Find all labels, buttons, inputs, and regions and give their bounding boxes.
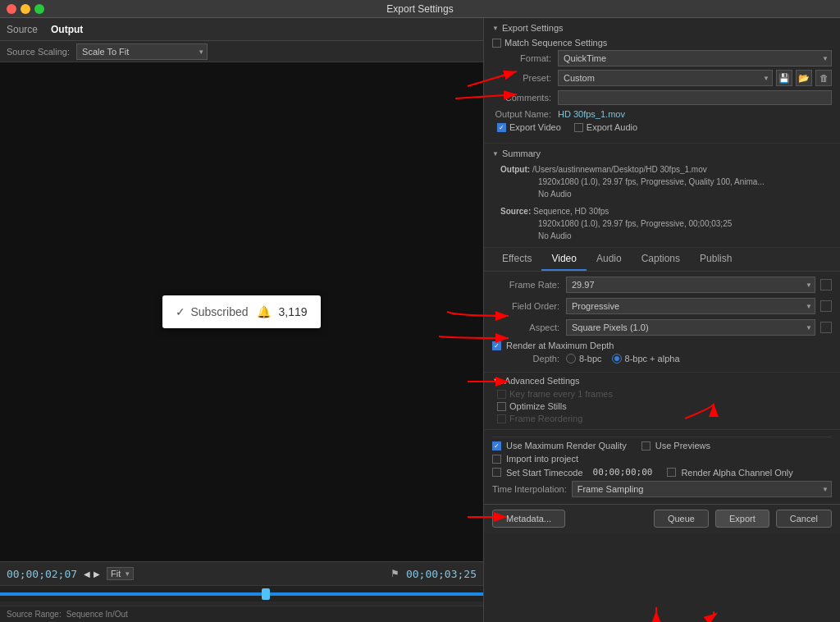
field-order-select[interactable]: Progressive — [566, 298, 815, 314]
depth-8bpc-alpha-radio[interactable] — [612, 354, 622, 364]
optimize-stills-checkbox[interactable] — [497, 402, 506, 411]
source-summary: Source: Sequence, HD 30fps 1920x1080 (1.… — [492, 205, 832, 242]
window-controls[interactable] — [7, 4, 44, 14]
import-project-row: Import into project — [492, 454, 832, 464]
keyframe-checkbox[interactable] — [497, 390, 506, 399]
depth-row: Depth: 8-bpc 8-bpc + alpha — [492, 354, 832, 364]
save-preset-button[interactable]: 💾 — [776, 70, 792, 86]
main-container: Source Output Source Scaling: Scale To F… — [0, 18, 840, 622]
frame-rate-select[interactable]: 29.97 — [566, 277, 815, 293]
section-triangle-icon: ▼ — [492, 25, 499, 32]
maximize-button[interactable] — [34, 4, 44, 14]
render-alpha-label: Render Alpha Channel Only — [681, 468, 792, 478]
tab-video[interactable]: Video — [541, 248, 586, 271]
frame-rate-checkbox[interactable] — [820, 279, 832, 290]
timeline-bar: 00;00;02;07 ◀ ▶ Fit ▼ ⚑ 00;00;03;25 — [0, 561, 483, 606]
nav-output[interactable]: Output — [51, 24, 83, 35]
play-icon[interactable]: ▶ — [94, 569, 100, 579]
depth-8bpc-label: 8-bpc — [579, 354, 602, 364]
step-back-icon[interactable]: ◀ — [84, 569, 90, 579]
nav-source[interactable]: Source — [7, 24, 38, 35]
export-audio-checkbox[interactable] — [574, 123, 583, 132]
timecode-value: 00;00;00;00 — [593, 467, 653, 478]
comments-input[interactable] — [558, 90, 832, 105]
minimize-button[interactable] — [21, 4, 30, 14]
aspect-label: Aspect: — [492, 322, 566, 332]
source-scaling-select[interactable]: Scale To Fit — [76, 43, 208, 60]
source-range-label: Source Range: — [7, 610, 62, 619]
import-project-label: Import into project — [506, 454, 578, 464]
preset-row: Preset: Custom ▼ 💾 📂 🗑 — [492, 70, 832, 86]
time-interp-select-wrapper: Frame Sampling ▼ — [572, 481, 832, 497]
output-details1: 1920x1080 (1.0), 29.97 fps, Progressive,… — [500, 177, 765, 186]
render-alpha-checkbox[interactable] — [667, 468, 676, 477]
tc-right: ⚑ 00;00;03;25 — [390, 568, 477, 580]
preset-select[interactable]: Custom — [558, 70, 773, 86]
frame-rate-label: Frame Rate: — [492, 280, 566, 290]
depth-label: Depth: — [500, 354, 566, 364]
render-max-depth-checkbox[interactable] — [492, 341, 501, 350]
left-panel: Source Output Source Scaling: Scale To F… — [0, 18, 484, 622]
format-row: Format: QuickTime ▼ — [492, 50, 832, 66]
use-previews-checkbox[interactable] — [641, 441, 651, 450]
frame-reordering-row: Frame Reordering — [492, 414, 832, 423]
frame-reordering-checkbox[interactable] — [497, 414, 506, 423]
window-title: Export Settings — [386, 3, 453, 15]
close-button[interactable] — [7, 4, 16, 14]
scrub-track — [0, 592, 483, 596]
output-path-label: Output: — [500, 165, 530, 174]
aspect-select[interactable]: Square Pixels (1.0) — [566, 319, 815, 336]
max-render-quality-checkbox[interactable] — [492, 441, 501, 450]
import-preset-button[interactable]: 📂 — [796, 70, 812, 86]
frame-reordering-label: Frame Reordering — [509, 414, 582, 423]
depth-8bpc-radio[interactable] — [566, 354, 576, 364]
match-sequence-checkbox[interactable] — [492, 39, 501, 48]
delete-preset-button[interactable]: 🗑 — [815, 70, 832, 86]
keyframe-row: Key frame every 1 frames — [492, 389, 832, 399]
aspect-row: Aspect: Square Pixels (1.0) ▼ — [492, 319, 832, 336]
cancel-button[interactable]: Cancel — [776, 510, 832, 528]
depth-8bpc-alpha-item: 8-bpc + alpha — [612, 354, 680, 364]
tabs-row: Effects Video Audio Captions Publish — [484, 248, 840, 272]
aspect-checkbox[interactable] — [820, 322, 832, 333]
subscribe-widget: ✓ Subscribed 🔔 3,119 — [162, 295, 320, 328]
import-project-checkbox[interactable] — [492, 455, 501, 464]
fit-select[interactable]: Fit — [107, 567, 134, 580]
subscribe-button: ✓ Subscribed — [176, 305, 248, 318]
export-settings-section: ▼ Export Settings Match Sequence Setting… — [484, 18, 840, 144]
max-render-quality-row: Use Maximum Render Quality Use Previews — [492, 441, 832, 450]
field-order-checkbox[interactable] — [820, 300, 832, 312]
tab-audio[interactable]: Audio — [587, 248, 632, 271]
format-label: Format: — [492, 53, 558, 63]
summary-title: Summary — [502, 149, 541, 158]
output-name-link[interactable]: HD 30fps_1.mov — [558, 109, 625, 119]
tab-effects[interactable]: Effects — [492, 248, 541, 271]
advanced-settings-title: Advanced Settings — [504, 376, 580, 386]
render-max-depth-row: Render at Maximum Depth — [492, 341, 832, 350]
time-interp-select[interactable]: Frame Sampling — [572, 481, 832, 497]
timeline-scrubber[interactable] — [0, 585, 483, 601]
play-controls: ◀ ▶ — [84, 569, 100, 579]
comments-row: Comments: — [492, 89, 832, 106]
preview-area: ✓ Subscribed 🔔 3,119 — [0, 62, 483, 561]
start-timecode-checkbox[interactable] — [492, 468, 501, 477]
metadata-button[interactable]: Metadata... — [492, 510, 565, 528]
export-button[interactable]: Export — [715, 510, 769, 528]
preset-label: Preset: — [492, 73, 558, 83]
end-timecode: 00;00;03;25 — [406, 568, 477, 580]
time-interpolation-row: Time Interpolation: Frame Sampling ▼ — [492, 481, 832, 497]
comments-label: Comments: — [492, 93, 558, 103]
field-order-row: Field Order: Progressive ▼ — [492, 298, 832, 314]
source-value: Sequence, HD 30fps — [533, 207, 609, 216]
export-video-checkbox[interactable] — [497, 123, 506, 132]
scrub-handle[interactable] — [262, 588, 270, 600]
format-select[interactable]: QuickTime — [558, 50, 832, 66]
export-settings-header: ▼ Export Settings — [492, 23, 832, 33]
tab-captions[interactable]: Captions — [632, 248, 690, 271]
queue-button[interactable]: Queue — [654, 510, 709, 528]
match-sequence-label: Match Sequence Settings — [504, 38, 607, 48]
start-timecode-row: Set Start Timecode 00;00;00;00 Render Al… — [492, 467, 832, 478]
tab-publish[interactable]: Publish — [690, 248, 742, 271]
optimize-stills-row: Optimize Stills — [492, 401, 832, 411]
export-audio-row: Export Audio — [574, 122, 637, 132]
